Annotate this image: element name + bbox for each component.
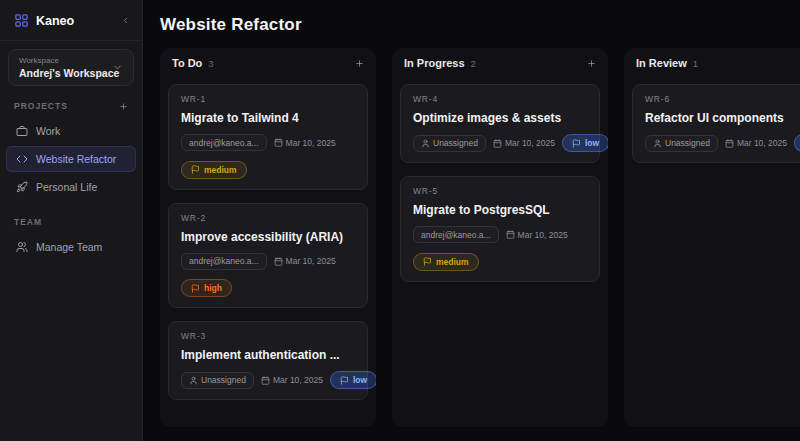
priority-label: medium — [436, 257, 469, 267]
task-card-wr-6[interactable]: WR-6 Refactor UI components Unassigned M… — [632, 84, 800, 163]
due-date-label: Mar 10, 2025 — [505, 138, 555, 148]
column-header: In Review 1 — [624, 48, 800, 76]
column-title: In Review — [636, 57, 687, 69]
due-date-label: Mar 10, 2025 — [737, 138, 787, 148]
task-meta: Unassigned Mar 10, 2025 low — [413, 134, 587, 152]
calendar-icon — [725, 139, 734, 148]
sidebar-item-work[interactable]: Work — [6, 118, 136, 144]
assignee-chip: Unassigned — [413, 135, 486, 152]
column-title: To Do — [172, 57, 202, 69]
task-id: WR-3 — [181, 331, 355, 341]
task-title: Improve accessibility (ARIA) — [181, 230, 355, 244]
plus-icon — [355, 59, 364, 68]
add-card-button[interactable] — [587, 59, 596, 68]
app-window: Kaneo Workspace Andrej's Workspace PROJE… — [0, 0, 800, 441]
column-header: In Progress 2 — [392, 48, 608, 76]
column-count: 3 — [208, 58, 213, 69]
projects-header-label: PROJECTS — [14, 101, 119, 111]
chevron-down-icon — [112, 62, 123, 73]
team-section-header: TEAM — [14, 217, 128, 227]
user-icon — [421, 139, 430, 148]
due-date: Mar 10, 2025 — [725, 138, 787, 148]
sidebar-item-label: Website Refactor — [36, 153, 116, 165]
board-column-in-progress: In Progress 2 WR-4 Optimize images & ass… — [392, 48, 608, 427]
due-date-label: Mar 10, 2025 — [273, 375, 323, 385]
column-title: In Progress — [404, 57, 465, 69]
task-id: WR-1 — [181, 94, 355, 104]
task-card-wr-1[interactable]: WR-1 Migrate to Tailwind 4 andrej@kaneo.… — [168, 84, 368, 190]
task-meta: andrej@kaneo.a... Mar 10, 2025 — [181, 253, 355, 270]
assignee-label: Unassigned — [433, 138, 478, 148]
sidebar-item-label: Work — [36, 125, 60, 137]
task-title: Optimize images & assets — [413, 111, 587, 125]
priority-label: low — [353, 375, 367, 385]
users-icon — [16, 241, 28, 253]
calendar-icon — [506, 230, 515, 239]
priority-badge: low — [330, 371, 376, 389]
task-id: WR-5 — [413, 186, 587, 196]
calendar-icon — [493, 139, 502, 148]
due-date: Mar 10, 2025 — [493, 138, 555, 148]
add-project-button[interactable] — [119, 102, 128, 111]
projects-section-header: PROJECTS — [14, 101, 128, 111]
sidebar-item-label: Manage Team — [36, 241, 102, 253]
task-id: WR-4 — [413, 94, 587, 104]
board-column-in-review: In Review 1 WR-6 Refactor UI components … — [624, 48, 800, 427]
task-title: Implement authentication ... — [181, 348, 355, 362]
priority-badge: high — [181, 279, 232, 297]
flag-icon — [340, 376, 349, 385]
flag-icon — [572, 139, 581, 148]
kanban-board: To Do 3 WR-1 Migrate to Tailwind 4 andre… — [160, 48, 800, 427]
flag-icon — [191, 284, 200, 293]
due-date-label: Mar 10, 2025 — [286, 138, 336, 148]
sidebar-item-manage-team[interactable]: Manage Team — [6, 234, 136, 260]
priority-badge: low — [794, 134, 800, 152]
due-date: Mar 10, 2025 — [506, 230, 568, 240]
priority-label: low — [585, 138, 599, 148]
column-header: To Do 3 — [160, 48, 376, 76]
workspace-selector[interactable]: Workspace Andrej's Workspace — [8, 49, 134, 86]
assignee-label: andrej@kaneo.a... — [189, 138, 259, 148]
priority-label: medium — [204, 165, 237, 175]
task-card-wr-5[interactable]: WR-5 Migrate to PostgresSQL andrej@kaneo… — [400, 176, 600, 282]
assignee-chip: Unassigned — [645, 135, 718, 152]
priority-badge: medium — [181, 161, 247, 179]
assignee-chip: Unassigned — [181, 372, 254, 389]
task-title: Refactor UI components — [645, 111, 800, 125]
board-column-to-do: To Do 3 WR-1 Migrate to Tailwind 4 andre… — [160, 48, 376, 427]
task-card-wr-4[interactable]: WR-4 Optimize images & assets Unassigned… — [400, 84, 600, 163]
sidebar: Kaneo Workspace Andrej's Workspace PROJE… — [0, 0, 143, 441]
due-date: Mar 10, 2025 — [274, 138, 336, 148]
user-icon — [189, 376, 198, 385]
task-card-wr-3[interactable]: WR-3 Implement authentication ... Unassi… — [168, 321, 368, 400]
task-id: WR-2 — [181, 213, 355, 223]
due-date-label: Mar 10, 2025 — [518, 230, 568, 240]
flag-icon — [423, 257, 432, 266]
task-card-wr-2[interactable]: WR-2 Improve accessibility (ARIA) andrej… — [168, 203, 368, 309]
plus-icon — [119, 102, 128, 111]
column-cards: WR-6 Refactor UI components Unassigned M… — [624, 76, 800, 171]
sidebar-collapse-button[interactable] — [121, 16, 130, 25]
task-meta: andrej@kaneo.a... Mar 10, 2025 — [413, 226, 587, 243]
priority-badge: low — [562, 134, 608, 152]
assignee-label: andrej@kaneo.a... — [421, 230, 491, 240]
assignee-chip: andrej@kaneo.a... — [413, 226, 499, 243]
sidebar-item-website-refactor[interactable]: Website Refactor — [6, 146, 136, 172]
sidebar-item-personal-life[interactable]: Personal Life — [6, 174, 136, 200]
main-content: Website Refactor To Do 3 WR-1 Migrate to… — [143, 0, 800, 441]
assignee-label: Unassigned — [201, 375, 246, 385]
user-icon — [653, 139, 662, 148]
priority-badge: medium — [413, 253, 479, 271]
team-nav: Manage Team — [0, 232, 142, 262]
column-cards: WR-4 Optimize images & assets Unassigned… — [392, 76, 608, 290]
task-id: WR-6 — [645, 94, 800, 104]
team-header-label: TEAM — [14, 217, 128, 227]
add-card-button[interactable] — [355, 59, 364, 68]
code-icon — [16, 153, 28, 165]
assignee-label: Unassigned — [665, 138, 710, 148]
assignee-label: andrej@kaneo.a... — [189, 256, 259, 266]
calendar-icon — [274, 257, 283, 266]
page-title: Website Refactor — [160, 15, 800, 35]
briefcase-icon — [16, 125, 28, 137]
workspace-label: Workspace — [19, 56, 112, 65]
